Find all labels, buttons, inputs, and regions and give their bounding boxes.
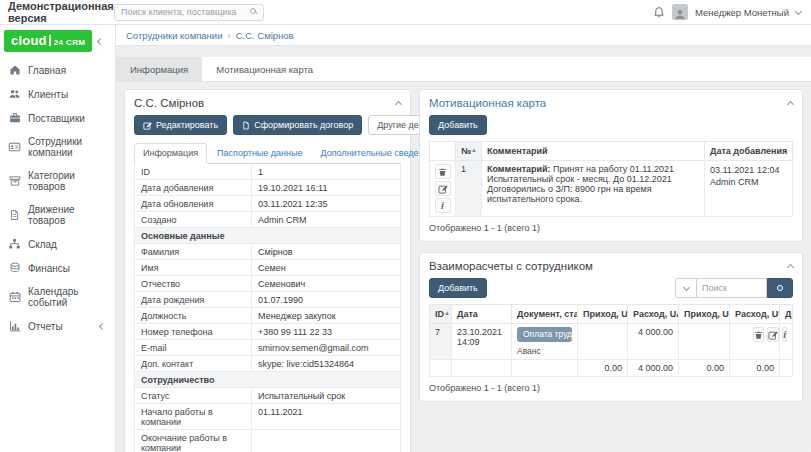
- global-search-input[interactable]: [114, 4, 264, 21]
- total-out-usd: 0.00: [730, 360, 780, 377]
- table-row: Доп. контактskype: live:cid51324864: [135, 356, 401, 372]
- search-icon: [250, 8, 256, 14]
- settlements-pagination-info: Отображено 1 - 1 (всего 1): [429, 377, 793, 394]
- tab-motivation-card[interactable]: Мотивационная карта: [202, 57, 327, 81]
- settlement-row-out-uah: 4 000.00: [628, 324, 679, 360]
- total-out-uah: 4 000.00: [628, 360, 679, 377]
- briefcase-icon: [8, 112, 21, 124]
- sidebar-item-reports[interactable]: Отчеты: [0, 314, 115, 338]
- sidebar-item-categories[interactable]: Категории товаров: [0, 164, 115, 198]
- sidebar-item-finances[interactable]: Финансы: [0, 256, 115, 280]
- column-header-in-usd[interactable]: Приход, USD: [679, 305, 730, 324]
- edit-button[interactable]: Редактировать: [134, 115, 227, 135]
- table-row: 7 23.10.2021 14:09 Оплата труда Аванс 4 …: [430, 324, 793, 360]
- sidebar-item-home[interactable]: Главная: [0, 58, 115, 82]
- table-row: Дата добавления19.10.2021 16:11: [135, 180, 401, 196]
- collapse-panel-icon[interactable]: [787, 264, 794, 271]
- collapse-panel-icon[interactable]: [787, 101, 794, 108]
- sitemap-icon: [8, 238, 21, 250]
- column-header-date[interactable]: Дата: [452, 305, 512, 324]
- settlements-search-input[interactable]: [697, 278, 767, 298]
- settlements-panel: Взаиморасчеты с сотрудником Добавить: [419, 252, 803, 402]
- sidebar-item-warehouse[interactable]: Склад: [0, 232, 115, 256]
- search-button[interactable]: [767, 278, 793, 298]
- file-icon: [8, 209, 21, 221]
- table-row: ОтчествоСеменович: [135, 276, 401, 292]
- breadcrumb-employees-link[interactable]: Сотрудники компании: [126, 30, 222, 41]
- motivation-card-panel: Мотивационная карта Добавить №▲ Коммента…: [419, 89, 803, 242]
- column-header-document[interactable]: Документ, статья: [512, 305, 578, 324]
- global-search: [114, 4, 264, 21]
- column-header-out-usd[interactable]: Расход, USD: [730, 305, 780, 324]
- column-header-in-uah[interactable]: Приход, UAH: [578, 305, 628, 324]
- sidebar-item-goods-movement[interactable]: Движение товаров: [0, 198, 115, 232]
- generate-contract-button[interactable]: Сформировать договор: [233, 115, 362, 135]
- settlements-table: ID▲ Дата Документ, статья Приход, UAH Ра…: [429, 304, 793, 377]
- search-field-select[interactable]: [675, 278, 697, 298]
- add-motivation-button[interactable]: Добавить: [429, 115, 487, 135]
- notifications-bell-icon[interactable]: [653, 6, 665, 19]
- settlement-row-document: Оплата труда Аванс: [512, 324, 578, 360]
- payment-type-badge: Оплата труда: [517, 327, 572, 342]
- tab-information[interactable]: Информация: [116, 57, 202, 81]
- motivation-row-num: 1: [456, 161, 482, 217]
- coins-icon: [8, 262, 21, 274]
- info-icon[interactable]: i: [435, 198, 451, 213]
- box-icon: [8, 175, 21, 187]
- home-icon: [8, 64, 21, 76]
- column-header-date-added[interactable]: Дата добавления: [705, 142, 793, 161]
- motivation-table: №▲ Комментарий Дата добавления: [429, 141, 793, 217]
- column-header-out-uah[interactable]: Расход, UAH: [628, 305, 679, 324]
- column-header-num[interactable]: №▲: [456, 142, 482, 161]
- breadcrumb: Сотрудники компании › С.С. Смірнов: [116, 25, 811, 46]
- sidebar-item-employees[interactable]: Сотрудники компании: [0, 130, 115, 164]
- edit-icon[interactable]: [435, 181, 451, 196]
- table-row: Номер телефона+380 99 111 22 33: [135, 324, 401, 340]
- calendar-icon: [8, 291, 21, 303]
- sidebar-item-suppliers[interactable]: Поставщики: [0, 106, 115, 130]
- edit-icon[interactable]: [767, 327, 779, 342]
- table-row: СтатусИспытательный срок: [135, 388, 401, 404]
- tab-passport-data[interactable]: Паспортные данные: [209, 144, 310, 163]
- topbar: Демонстрационная версия Менеджер Монетны…: [0, 0, 811, 25]
- table-row: ID1: [135, 164, 401, 180]
- chevron-down-icon[interactable]: [795, 7, 802, 14]
- table-row: i 1 Комментарий: Принят на работу 01.11.…: [430, 161, 793, 217]
- sidebar-item-calendar[interactable]: Календарь событий: [0, 280, 115, 314]
- id-card-icon: [8, 141, 21, 153]
- search-icon: [777, 285, 783, 291]
- column-header-id[interactable]: ID▲: [430, 305, 452, 324]
- table-row: ДолжностьМенеджер закупок: [135, 308, 401, 324]
- column-header-action[interactable]: Действие: [780, 305, 793, 324]
- settlement-row-date: 23.10.2021 14:09: [452, 324, 512, 360]
- sidebar-item-clients[interactable]: Клиенты: [0, 82, 115, 106]
- app-logo[interactable]: cloud24 CRM: [4, 30, 92, 52]
- table-row: ФамилияСмірнов: [135, 244, 401, 260]
- motivation-pagination-info: Отображено 1 - 1 (всего 1): [429, 217, 793, 234]
- column-header-comment[interactable]: Комментарий: [482, 142, 705, 161]
- sidebar-nav: Главная Клиенты Поставщики Сотрудники ко…: [0, 58, 115, 338]
- table-row: Дата обновления03.11.2021 12:35: [135, 196, 401, 212]
- users-icon: [8, 88, 21, 100]
- settlements-panel-title: Взаиморасчеты с сотрудником: [429, 260, 593, 272]
- delete-icon[interactable]: [753, 327, 764, 342]
- page-tabs: Информация Мотивационная карта: [116, 57, 811, 82]
- motivation-panel-title: Мотивационная карта: [429, 97, 546, 109]
- delete-icon[interactable]: [435, 164, 451, 179]
- info-icon[interactable]: i: [782, 327, 787, 342]
- collapse-panel-icon[interactable]: [395, 101, 402, 108]
- employee-card: С.С. Смірнов Редактировать Сформировать …: [124, 89, 411, 452]
- sidebar-collapse-icon[interactable]: [97, 37, 104, 44]
- totals-row: 0.00 4 000.00 0.00 0.00: [430, 360, 793, 377]
- tab-employee-info[interactable]: Информация: [134, 143, 207, 164]
- section-row: Сотрудничество: [135, 372, 401, 388]
- user-menu-label[interactable]: Менеджер Монетный: [695, 7, 789, 18]
- employee-info-table: ID1 Дата добавления19.10.2021 16:11 Дата…: [134, 164, 401, 452]
- user-avatar[interactable]: [672, 4, 688, 20]
- motivation-row-date: 03.11.2021 12:04 Admin CRM: [705, 161, 793, 217]
- table-row: E-mailsmirnov.semen@gmail.com: [135, 340, 401, 356]
- file-icon: [242, 121, 250, 130]
- add-settlement-button[interactable]: Добавить: [429, 278, 487, 298]
- employee-name-title: С.С. Смірнов: [134, 97, 204, 109]
- demo-version-label: Демонстрационная версия: [8, 0, 114, 24]
